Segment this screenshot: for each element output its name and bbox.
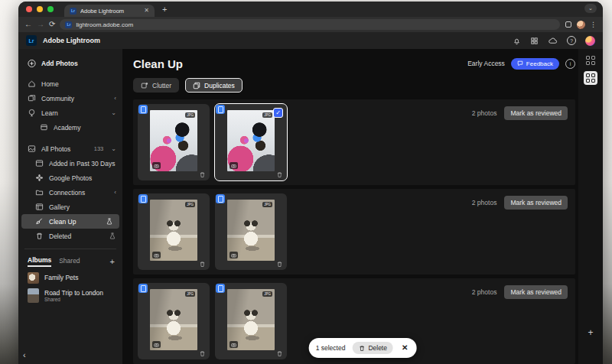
mark-reviewed-button[interactable]: Mark as reviewed bbox=[504, 106, 568, 120]
cloud-sync-icon[interactable] bbox=[548, 37, 558, 45]
forward-button[interactable]: → bbox=[37, 21, 44, 28]
gallery-icon bbox=[35, 203, 44, 211]
sidebar-item-clean-up[interactable]: Clean Up bbox=[21, 214, 119, 229]
tab-title: Adobe Lightroom bbox=[80, 8, 140, 15]
file-type-badge: JPG bbox=[185, 291, 195, 297]
back-button[interactable]: ← bbox=[24, 21, 32, 28]
album-thumbnail bbox=[28, 272, 39, 284]
delete-photo-icon[interactable] bbox=[199, 350, 206, 357]
sidebar-item-home[interactable]: Home bbox=[18, 76, 122, 91]
photo-thumbnail[interactable]: JPG bbox=[227, 200, 275, 261]
camera-badge-icon bbox=[152, 341, 161, 348]
sidebar-item-deleted[interactable]: Deleted bbox=[18, 229, 122, 243]
album-item[interactable]: Family Pets bbox=[18, 270, 122, 286]
close-window-button[interactable] bbox=[26, 6, 32, 12]
album-thumbnail bbox=[28, 288, 39, 303]
url-text: lightroom.adobe.com bbox=[76, 21, 133, 28]
device-badge-icon bbox=[216, 194, 225, 203]
sidebar-item-academy[interactable]: Academy bbox=[18, 120, 122, 135]
clean-up-label: Clean Up bbox=[49, 218, 99, 226]
zoom-plus-button[interactable]: + bbox=[588, 327, 593, 338]
photo-thumbnail[interactable]: JPG bbox=[227, 110, 275, 171]
delete-photo-icon[interactable] bbox=[276, 350, 283, 357]
grid-view-icon[interactable] bbox=[584, 71, 597, 85]
device-badge-icon bbox=[216, 105, 225, 114]
delete-photo-icon[interactable] bbox=[276, 171, 283, 178]
add-album-button[interactable]: + bbox=[110, 258, 115, 266]
feedback-label: Feedback bbox=[526, 60, 553, 67]
groups: JPG ✓ JPG 2 photos Mark as reviewed bbox=[133, 99, 575, 364]
fullscreen-window-button[interactable] bbox=[47, 6, 54, 12]
early-access-flask-icon bbox=[108, 232, 116, 239]
photo-thumbnail[interactable]: JPG bbox=[150, 200, 197, 261]
sidebar-item-all-photos[interactable]: All Photos 133 ⌄ bbox=[18, 141, 122, 156]
delete-photo-icon[interactable] bbox=[276, 261, 283, 268]
sidebar-item-google-photos[interactable]: Google Photos bbox=[18, 171, 122, 185]
browser-menu-icon[interactable]: ⋮ bbox=[590, 21, 597, 28]
delete-button[interactable]: Delete bbox=[352, 342, 393, 354]
screenshot-stage: Lr Adobe Lightroom ✕ + ⌄ ← → ⟳ Lr lightr… bbox=[0, 0, 612, 364]
photo-card[interactable]: JPG bbox=[215, 193, 287, 270]
address-bar[interactable]: Lr lightroom.adobe.com bbox=[60, 19, 560, 30]
tab-duplicates[interactable]: Duplicates bbox=[185, 78, 243, 93]
photo-card[interactable]: ✓ JPG bbox=[215, 104, 287, 180]
photo-thumbnail[interactable]: JPG bbox=[150, 289, 197, 350]
add-photos-button[interactable]: Add Photos bbox=[18, 55, 122, 72]
learn-icon bbox=[28, 109, 36, 117]
browser-tabstrip: Lr Adobe Lightroom ✕ + ⌄ bbox=[18, 2, 603, 17]
help-icon[interactable]: ? bbox=[567, 36, 576, 45]
photo-card[interactable]: JPG bbox=[138, 193, 210, 270]
tab-clutter[interactable]: Clutter bbox=[133, 78, 179, 93]
collapse-sidebar-button[interactable]: ‹ bbox=[23, 350, 26, 359]
segmented-view-icon[interactable] bbox=[585, 55, 596, 66]
tab-shared[interactable]: Shared bbox=[59, 257, 80, 266]
mark-reviewed-button[interactable]: Mark as reviewed bbox=[504, 285, 568, 299]
extensions-icon[interactable] bbox=[565, 21, 572, 28]
main-area: Add Photos Home Community ‹ Learn bbox=[18, 49, 603, 364]
tab-search-chevron-icon[interactable]: ⌄ bbox=[584, 4, 597, 13]
lightroom-logo[interactable]: Lr bbox=[26, 35, 37, 46]
minimize-window-button[interactable] bbox=[37, 6, 43, 12]
recent-clock-icon bbox=[35, 159, 44, 167]
close-selection-icon[interactable]: ✕ bbox=[400, 344, 409, 352]
tab-albums[interactable]: Albums bbox=[28, 256, 51, 267]
duplicates-label: Duplicates bbox=[204, 82, 235, 89]
photo-thumbnail[interactable]: JPG bbox=[150, 110, 197, 171]
browser-profile-avatar[interactable] bbox=[577, 21, 585, 29]
sidebar-item-learn[interactable]: Learn ⌄ bbox=[18, 106, 122, 120]
info-icon[interactable]: i bbox=[565, 59, 575, 69]
file-type-badge: JPG bbox=[262, 202, 272, 207]
sidebar-item-gallery[interactable]: Gallery bbox=[18, 200, 122, 214]
sidebar-item-added-past-30-days[interactable]: Added in Past 30 Days bbox=[18, 156, 122, 171]
community-label: Community bbox=[41, 95, 109, 102]
chevron-left-icon: ‹ bbox=[114, 189, 116, 196]
photo-checkbox[interactable]: ✓ bbox=[273, 108, 283, 118]
delete-photo-icon[interactable] bbox=[199, 261, 206, 268]
photo-card[interactable]: JPG bbox=[138, 104, 210, 180]
chevron-left-icon: ‹ bbox=[114, 95, 116, 102]
mark-reviewed-button[interactable]: Mark as reviewed bbox=[504, 196, 568, 210]
photo-card[interactable]: JPG bbox=[215, 283, 287, 359]
camera-badge-icon bbox=[152, 162, 161, 169]
duplicates-icon bbox=[193, 82, 200, 89]
google-photos-label: Google Photos bbox=[49, 174, 116, 182]
apps-grid-icon[interactable] bbox=[530, 37, 539, 45]
sidebar-item-community[interactable]: Community ‹ bbox=[18, 91, 122, 106]
camera-badge-icon bbox=[230, 162, 238, 169]
notifications-bell-icon[interactable] bbox=[513, 37, 521, 45]
delete-photo-icon[interactable] bbox=[199, 171, 206, 178]
user-avatar[interactable] bbox=[585, 36, 595, 46]
reload-button[interactable]: ⟳ bbox=[49, 21, 55, 28]
photo-card[interactable]: JPG bbox=[138, 283, 210, 359]
feedback-button[interactable]: Feedback bbox=[511, 58, 559, 70]
sidebar-item-connections[interactable]: Connections ‹ bbox=[18, 185, 122, 200]
duplicate-group-row: JPG ✓ JPG 2 photos Mark as reviewed bbox=[133, 99, 575, 185]
browser-tab[interactable]: Lr Adobe Lightroom ✕ bbox=[64, 5, 155, 17]
file-type-badge: JPG bbox=[185, 112, 195, 118]
albums-header: Albums Shared + bbox=[18, 255, 122, 270]
tab-close-icon[interactable]: ✕ bbox=[144, 8, 149, 14]
album-item[interactable]: Road Trip to London Shared bbox=[18, 286, 122, 305]
new-tab-button[interactable]: + bbox=[162, 5, 167, 14]
photo-thumbnail[interactable]: JPG bbox=[227, 289, 275, 350]
clutter-label: Clutter bbox=[152, 82, 171, 89]
